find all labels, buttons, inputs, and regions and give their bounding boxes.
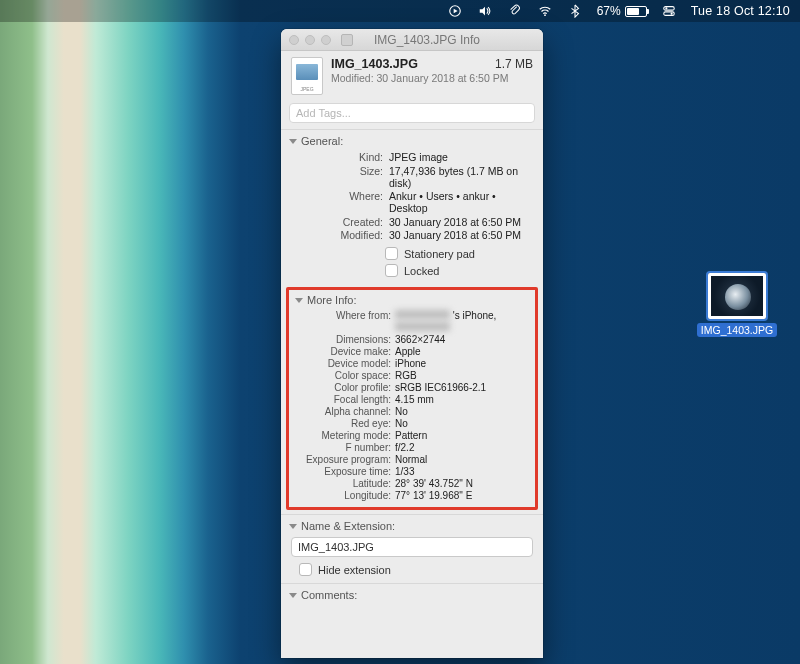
stationery-pad-checkbox[interactable] — [385, 247, 398, 260]
name-ext-input[interactable]: IMG_1403.JPG — [291, 537, 533, 557]
hide-extension-label: Hide extension — [318, 564, 391, 576]
section-name-ext: Name & Extension: IMG_1403.JPG Hide exte… — [281, 514, 543, 583]
paperclip-icon[interactable] — [507, 3, 523, 19]
kv-value: Pattern — [395, 430, 531, 441]
close-button[interactable] — [289, 35, 299, 45]
kv-value: RGB — [395, 370, 531, 381]
kv-key: Color space: — [293, 370, 391, 381]
kv-value: sRGB IEC61966-2.1 — [395, 382, 531, 393]
svg-marker-2 — [479, 7, 484, 16]
kv-key: Exposure program: — [293, 454, 391, 465]
header-filename: IMG_1403.JPG — [331, 57, 418, 71]
battery-percent: 67% — [597, 4, 621, 18]
kv-key: Where: — [291, 190, 383, 214]
svg-point-6 — [665, 7, 667, 9]
minimize-button[interactable] — [305, 35, 315, 45]
section-comments: Comments: — [281, 583, 543, 608]
desktop-file-label: IMG_1403.JPG — [697, 323, 777, 337]
stationery-pad-label: Stationery pad — [404, 248, 475, 260]
kv-value: 4.15 mm — [395, 394, 531, 405]
kv-value: Ankur • Users • ankur • Desktop — [389, 190, 535, 214]
kv-key: Exposure time: — [293, 466, 391, 477]
kv-key: Metering mode: — [293, 430, 391, 441]
kv-value: 3662×2744 — [395, 334, 531, 345]
kv-value: No — [395, 406, 531, 417]
window-title: IMG_1403.JPG Info — [319, 33, 535, 47]
kv-key: Device model: — [293, 358, 391, 369]
svg-point-7 — [670, 13, 672, 15]
wherefrom-value: 's iPhone, — [395, 310, 531, 321]
playback-icon[interactable] — [447, 3, 463, 19]
section-general-label: General: — [301, 135, 343, 147]
header-filesize: 1.7 MB — [495, 57, 533, 71]
kv-value: 30 January 2018 at 6:50 PM — [389, 229, 535, 241]
section-name-ext-label: Name & Extension: — [301, 520, 395, 532]
more-info-highlight: More Info: Where from: 's iPhone, Dimens… — [286, 287, 538, 510]
menubar-datetime[interactable]: Tue 18 Oct 12:10 — [691, 4, 790, 18]
kv-key: Dimensions: — [293, 334, 391, 345]
kv-value: iPhone — [395, 358, 531, 369]
locked-row[interactable]: Locked — [385, 264, 535, 277]
chevron-down-icon — [295, 298, 303, 303]
kv-key: Kind: — [291, 151, 383, 163]
bluetooth-icon[interactable] — [567, 3, 583, 19]
section-comments-label: Comments: — [301, 589, 357, 601]
stationery-pad-row[interactable]: Stationery pad — [385, 247, 535, 260]
kv-value: 77° 13' 19.968" E — [395, 490, 531, 501]
kv-value: 30 January 2018 at 6:50 PM — [389, 216, 535, 228]
kv-key: Size: — [291, 165, 383, 189]
window-titlebar[interactable]: IMG_1403.JPG Info — [281, 29, 543, 51]
battery-icon — [625, 6, 647, 17]
locked-label: Locked — [404, 265, 439, 277]
kv-key: Red eye: — [293, 418, 391, 429]
kv-key: Latitude: — [293, 478, 391, 489]
kv-value: No — [395, 418, 531, 429]
kv-key: Longitude: — [293, 490, 391, 501]
section-general: General: Kind:JPEG imageSize:17,47,936 b… — [281, 129, 543, 284]
wherefrom-label: Where from: — [293, 310, 391, 321]
wherefrom-value-2 — [395, 322, 531, 333]
kv-value: 17,47,936 bytes (1.7 MB on disk) — [389, 165, 535, 189]
kv-key: F number: — [293, 442, 391, 453]
chevron-down-icon — [289, 593, 297, 598]
battery-status[interactable]: 67% — [597, 4, 647, 18]
kv-value: f/2.2 — [395, 442, 531, 453]
kv-key: Color profile: — [293, 382, 391, 393]
section-comments-header[interactable]: Comments: — [289, 589, 535, 601]
hide-extension-checkbox[interactable] — [299, 563, 312, 576]
kv-value: Normal — [395, 454, 531, 465]
chevron-down-icon — [289, 139, 297, 144]
kv-key: Created: — [291, 216, 383, 228]
desktop-file-icon[interactable]: IMG_1403.JPG — [702, 273, 772, 337]
locked-checkbox[interactable] — [385, 264, 398, 277]
menubar: 67% Tue 18 Oct 12:10 — [0, 0, 800, 22]
get-info-window: IMG_1403.JPG Info IMG_1403.JPG 1.7 MB Mo… — [281, 29, 543, 658]
section-name-ext-header[interactable]: Name & Extension: — [289, 520, 535, 532]
section-moreinfo-label: More Info: — [307, 294, 357, 306]
chevron-down-icon — [289, 524, 297, 529]
kv-key: Device make: — [293, 346, 391, 357]
svg-point-3 — [544, 14, 546, 16]
tags-field[interactable]: Add Tags... — [289, 103, 535, 123]
control-center-icon[interactable] — [661, 3, 677, 19]
kv-value: 28° 39' 43.752" N — [395, 478, 531, 489]
svg-marker-1 — [453, 9, 457, 13]
kv-key: Alpha channel: — [293, 406, 391, 417]
section-moreinfo-header[interactable]: More Info: — [293, 294, 531, 306]
hide-extension-row[interactable]: Hide extension — [289, 563, 535, 576]
kv-key: Modified: — [291, 229, 383, 241]
kv-value: 1/33 — [395, 466, 531, 477]
kv-value: JPEG image — [389, 151, 535, 163]
wifi-icon[interactable] — [537, 3, 553, 19]
kv-value: Apple — [395, 346, 531, 357]
kv-key: Focal length: — [293, 394, 391, 405]
file-header: IMG_1403.JPG 1.7 MB Modified: 30 January… — [281, 51, 543, 103]
file-thumbnail-icon — [291, 57, 323, 95]
file-preview-icon — [708, 273, 766, 319]
header-modified: Modified: 30 January 2018 at 6:50 PM — [331, 72, 533, 84]
section-general-header[interactable]: General: — [289, 135, 535, 147]
volume-icon[interactable] — [477, 3, 493, 19]
